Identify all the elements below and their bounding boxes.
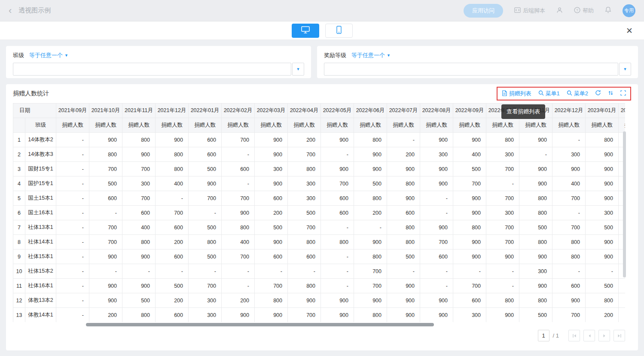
reward-level-filter-dropdown-button[interactable]: ▼	[619, 63, 631, 76]
back-button[interactable]: ‹	[9, 6, 12, 15]
class-name-cell: 社体15本2	[25, 264, 56, 279]
measure-header: 捐赠人数	[420, 118, 453, 133]
value-cell: 900	[255, 308, 288, 323]
next-page-button[interactable]	[598, 330, 610, 341]
value-cell: 800	[156, 162, 189, 176]
value-cell: 500	[189, 250, 222, 264]
horizontal-scrollbar[interactable]	[86, 323, 434, 326]
value-cell: 900	[354, 147, 387, 162]
value-cell: 900	[453, 191, 486, 206]
close-preview-button[interactable]: ✕	[626, 26, 633, 36]
value-cell: 900	[354, 162, 387, 176]
current-page-box[interactable]: 1	[538, 330, 549, 341]
value-cell: 300	[288, 176, 321, 191]
sort-button[interactable]	[608, 90, 613, 97]
value-cell: 500	[586, 279, 619, 293]
menu2-button[interactable]: 菜单2	[567, 90, 588, 97]
last-page-button[interactable]	[613, 330, 625, 341]
month-header: 2022年04月	[288, 103, 321, 118]
help-icon: ?	[574, 7, 580, 15]
value-cell: 700	[420, 235, 453, 250]
value-cell: 600	[420, 250, 453, 264]
mobile-phone-icon	[336, 26, 342, 36]
month-header: 2022年07月	[387, 103, 420, 118]
value-cell: 900	[552, 293, 586, 308]
value-cell: -	[321, 264, 354, 279]
value-cell: 900	[586, 235, 619, 250]
measure-header-row: 班级捐赠人数捐赠人数捐赠人数捐赠人数捐赠人数捐赠人数捐赠人数捐赠人数捐赠人数捐赠…	[13, 118, 626, 133]
value-cell: 500	[453, 162, 486, 176]
filter-operator-reward-level[interactable]: 等于任意一个 ▼	[351, 52, 391, 59]
value-cell: 900	[486, 250, 519, 264]
user-button[interactable]	[556, 7, 563, 15]
value-cell	[619, 308, 626, 323]
value-cell: 800	[354, 308, 387, 323]
value-cell: 700	[354, 264, 387, 279]
row-index-cell: 8	[13, 235, 25, 250]
blank-header	[13, 118, 25, 133]
value-cell: 200	[288, 133, 321, 147]
sort-icon	[608, 90, 613, 97]
class-name-cell: 社体13本1	[25, 220, 56, 235]
first-page-button[interactable]	[568, 330, 580, 341]
value-cell: 700	[122, 162, 156, 176]
desktop-view-button[interactable]	[292, 24, 319, 38]
value-cell: 800	[354, 133, 387, 147]
class-filter-input[interactable]	[13, 63, 291, 76]
value-cell: 700	[288, 308, 321, 323]
notifications-button[interactable]	[605, 6, 611, 15]
month-header: 2022年02月	[222, 103, 255, 118]
refresh-button[interactable]	[595, 90, 601, 97]
prev-page-button[interactable]	[583, 330, 595, 341]
class-filter-dropdown-button[interactable]: ▼	[292, 63, 304, 76]
reward-level-filter-input[interactable]	[324, 63, 618, 76]
row-index-cell: 10	[13, 264, 25, 279]
value-cell	[619, 279, 626, 293]
value-cell: 900	[519, 162, 552, 176]
panel-title: 捐赠人数统计	[13, 90, 49, 97]
value-cell: 900	[89, 279, 122, 293]
value-cell: 800	[288, 162, 321, 176]
value-cell: 400	[222, 235, 255, 250]
value-cell: -	[321, 279, 354, 293]
value-cell: -	[321, 147, 354, 162]
value-cell: 800	[486, 293, 519, 308]
value-cell: 800	[156, 147, 189, 162]
value-cell: 800	[387, 220, 420, 235]
value-cell: 900	[288, 293, 321, 308]
measure-header: 捐赠人数	[156, 118, 189, 133]
backend-script-button[interactable]: 后端脚本	[514, 7, 545, 15]
vertical-scrollbar[interactable]	[623, 131, 626, 277]
value-cell: 900	[420, 308, 453, 323]
value-cell: -	[420, 206, 453, 220]
fullscreen-button[interactable]	[620, 90, 626, 97]
value-cell: 200	[354, 206, 387, 220]
month-header: 2022年09月	[453, 103, 486, 118]
value-cell: 900	[420, 133, 453, 147]
class-name-cell: 国土16本1	[25, 206, 56, 220]
donation-list-button[interactable]: 捐赠列表	[502, 90, 531, 97]
measure-header: 捐赠人数	[189, 118, 222, 133]
value-cell: 900	[321, 162, 354, 176]
filter-label-reward-level: 奖励等级	[324, 52, 346, 59]
value-cell: 800	[354, 250, 387, 264]
month-header: 2022年05月	[321, 103, 354, 118]
workspace-badge[interactable]: 专用	[623, 4, 635, 17]
value-cell: -	[586, 264, 619, 279]
value-cell: 800	[519, 235, 552, 250]
app-access-button[interactable]: 应用访问	[464, 4, 503, 18]
chevron-down-icon: ▼	[296, 67, 300, 71]
value-cell: 900	[453, 250, 486, 264]
device-preview-bar: ✕	[0, 21, 644, 40]
measure-header: 捐赠人数	[56, 118, 89, 133]
menu1-button[interactable]: 菜单1	[538, 90, 560, 97]
class-name-cell: 社体14本1	[25, 235, 56, 250]
filter-operator-class[interactable]: 等于任意一个 ▼	[29, 52, 68, 59]
mobile-view-button[interactable]	[325, 24, 353, 38]
value-cell: 800	[288, 279, 321, 293]
filter-operator-label: 等于任意一个	[29, 52, 63, 59]
table-body: 114体教本2-900800900600700900200900800-9009…	[13, 133, 626, 323]
class-name-cell: 社体15本1	[25, 250, 56, 264]
chevron-down-icon: ▼	[387, 53, 391, 58]
help-button[interactable]: ? 帮助	[574, 7, 594, 15]
